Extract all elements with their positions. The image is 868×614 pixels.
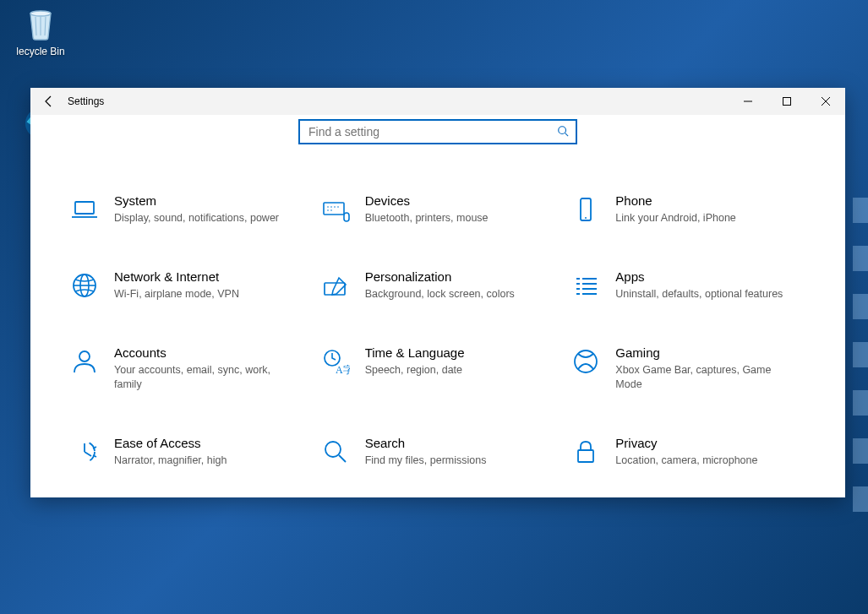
pen-icon bbox=[321, 271, 350, 300]
category-time-language[interactable]: Time & LanguageSpeech, region, date bbox=[321, 345, 555, 392]
category-desc: Your accounts, email, sync, work, family bbox=[114, 363, 296, 392]
settings-window: Settings SystemDisplay, sound, notificat… bbox=[30, 88, 845, 497]
category-title: Gaming bbox=[615, 345, 797, 361]
search-input[interactable] bbox=[307, 124, 557, 139]
category-search[interactable]: SearchFind my files, permissions bbox=[321, 436, 555, 468]
category-network-internet[interactable]: Network & InternetWi-Fi, airplane mode, … bbox=[70, 269, 304, 302]
category-title: Network & Internet bbox=[114, 269, 239, 285]
category-desc: Find my files, permissions bbox=[365, 454, 487, 468]
category-title: Search bbox=[365, 436, 487, 451]
svg-line-7 bbox=[565, 133, 569, 136]
category-gaming[interactable]: GamingXbox Game Bar, captures, Game Mode bbox=[571, 345, 805, 392]
svg-rect-3 bbox=[783, 98, 791, 106]
category-desc: Background, lock screen, colors bbox=[365, 287, 515, 302]
window-title: Settings bbox=[68, 95, 104, 107]
search-icon bbox=[557, 125, 569, 139]
keyboard-icon bbox=[321, 195, 350, 224]
category-personalization[interactable]: PersonalizationBackground, lock screen, … bbox=[321, 269, 555, 302]
category-desc: Xbox Game Bar, captures, Game Mode bbox=[615, 363, 797, 392]
recycle-bin-label: lecycle Bin bbox=[7, 46, 74, 57]
category-title: Devices bbox=[365, 193, 489, 209]
category-title: Time & Language bbox=[365, 345, 465, 361]
category-desc: Link your Android, iPhone bbox=[615, 211, 735, 225]
category-privacy[interactable]: PrivacyLocation, camera, microphone bbox=[571, 436, 805, 468]
category-title: Ease of Access bbox=[114, 436, 227, 451]
window-content: SystemDisplay, sound, notifications, pow… bbox=[30, 115, 845, 497]
desktop-icon-recycle-bin[interactable]: lecycle Bin bbox=[7, 5, 74, 57]
svg-point-0 bbox=[30, 11, 51, 16]
laptop-icon bbox=[70, 195, 99, 224]
maximize-button[interactable] bbox=[767, 88, 806, 115]
category-desc: Uninstall, defaults, optional features bbox=[615, 287, 783, 302]
category-desc: Narrator, magnifier, high bbox=[114, 454, 227, 468]
category-phone[interactable]: PhoneLink your Android, iPhone bbox=[571, 193, 805, 225]
titlebar: Settings bbox=[30, 88, 845, 115]
ease-icon bbox=[70, 437, 99, 466]
category-title: Accounts bbox=[114, 345, 296, 361]
category-ease-of-access[interactable]: Ease of AccessNarrator, magnifier, high bbox=[70, 436, 304, 468]
search-box[interactable] bbox=[298, 119, 577, 144]
xbox-icon bbox=[571, 347, 600, 376]
category-title: Apps bbox=[615, 269, 783, 285]
lock-icon bbox=[571, 437, 600, 466]
recycle-bin-icon bbox=[22, 5, 59, 42]
svg-point-6 bbox=[559, 126, 566, 133]
close-button[interactable] bbox=[806, 88, 845, 115]
settings-categories-grid: SystemDisplay, sound, notifications, pow… bbox=[70, 193, 805, 467]
light-streaks bbox=[853, 186, 868, 524]
category-devices[interactable]: DevicesBluetooth, printers, mouse bbox=[321, 193, 555, 225]
category-desc: Speech, region, date bbox=[365, 363, 465, 378]
category-title: Privacy bbox=[615, 436, 757, 451]
category-title: Phone bbox=[615, 193, 735, 209]
category-accounts[interactable]: AccountsYour accounts, email, sync, work… bbox=[70, 345, 304, 392]
category-desc: Display, sound, notifications, power bbox=[114, 211, 279, 225]
category-system[interactable]: SystemDisplay, sound, notifications, pow… bbox=[70, 193, 304, 225]
category-desc: Wi-Fi, airplane mode, VPN bbox=[114, 287, 239, 302]
category-desc: Bluetooth, printers, mouse bbox=[365, 211, 489, 225]
category-title: Personalization bbox=[365, 269, 515, 285]
apps-icon bbox=[571, 271, 600, 300]
globe-icon bbox=[70, 271, 99, 300]
back-button[interactable] bbox=[30, 88, 68, 115]
search-icon bbox=[321, 437, 350, 466]
category-title: System bbox=[114, 193, 279, 209]
phone-icon bbox=[571, 195, 600, 224]
category-apps[interactable]: AppsUninstall, defaults, optional featur… bbox=[571, 269, 805, 302]
category-desc: Location, camera, microphone bbox=[615, 454, 757, 468]
time-lang-icon bbox=[321, 347, 350, 376]
person-icon bbox=[70, 347, 99, 376]
minimize-button[interactable] bbox=[729, 88, 767, 115]
